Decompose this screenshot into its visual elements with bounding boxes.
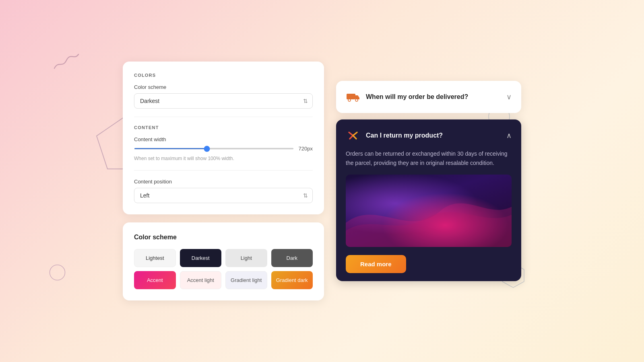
faq-return-chevron: ∧ <box>506 131 512 140</box>
faq-return-body: Orders can be returned or exchanged with… <box>336 149 521 281</box>
color-scheme-select-wrapper: Lightest Light Dark Darkest Accent Accen… <box>134 93 313 109</box>
left-column: COLORS Color scheme Lightest Light Dark … <box>123 62 324 300</box>
faq-return-question: Can I return my product? <box>366 132 501 139</box>
faq-delivery-question: When will my order be delivered? <box>366 93 501 101</box>
btn-gradient-dark[interactable]: Gradient dark <box>271 271 313 289</box>
content-width-value: 720px <box>299 146 313 152</box>
btn-darkest[interactable]: Darkest <box>180 249 222 267</box>
btn-accent[interactable]: Accent <box>134 271 176 289</box>
svg-point-5 <box>348 99 351 101</box>
wave-decoration <box>346 175 512 247</box>
content-width-slider-row: 720px <box>134 146 313 152</box>
faq-return-answer: Orders can be returned or exchanged with… <box>346 149 512 167</box>
color-scheme-grid: Lightest Darkest Light Dark Accent Accen… <box>134 249 313 289</box>
divider-1 <box>134 117 313 117</box>
svg-rect-4 <box>347 94 355 99</box>
content-position-label: Content position <box>134 179 313 185</box>
faq-return-item: Can I return my product? ∧ Orders can be… <box>336 119 521 281</box>
faq-delivery-item: When will my order be delivered? ∨ <box>336 81 521 113</box>
right-column: When will my order be delivered? ∨ Can I… <box>336 81 521 281</box>
faq-return-image <box>346 175 512 247</box>
faq-delivery-chevron: ∨ <box>506 93 512 101</box>
btn-accent-light[interactable]: Accent light <box>180 271 222 289</box>
btn-gradient-light[interactable]: Gradient light <box>225 271 267 289</box>
btn-lightest[interactable]: Lightest <box>134 249 176 267</box>
content-position-select[interactable]: Left Center Right <box>134 188 313 203</box>
color-scheme-panel-title: Color scheme <box>134 234 313 241</box>
color-scheme-label: Color scheme <box>134 84 313 90</box>
color-scheme-panel: Color scheme Lightest Darkest Light Dark… <box>123 222 324 300</box>
btn-dark[interactable]: Dark <box>271 249 313 267</box>
divider-2 <box>134 170 313 171</box>
content-section-title: CONTENT <box>134 125 313 130</box>
content-width-slider[interactable] <box>134 148 294 149</box>
faq-delivery-header[interactable]: When will my order be delivered? ∨ <box>336 81 521 113</box>
faq-return-header[interactable]: Can I return my product? ∧ <box>336 119 521 149</box>
svg-point-6 <box>355 99 358 101</box>
read-more-button[interactable]: Read more <box>346 255 406 273</box>
color-scheme-select[interactable]: Lightest Light Dark Darkest Accent Accen… <box>134 93 313 109</box>
btn-light[interactable]: Light <box>225 249 267 267</box>
main-layout: COLORS Color scheme Lightest Light Dark … <box>0 0 644 362</box>
content-position-select-wrapper: Left Center Right ⇅ <box>134 188 313 203</box>
colors-section-title: COLORS <box>134 73 313 78</box>
x-cross-icon <box>346 128 360 143</box>
truck-icon <box>346 90 360 104</box>
content-width-label: Content width <box>134 136 313 142</box>
content-width-hint: When set to maximum it will show 100% wi… <box>134 155 313 162</box>
colors-panel: COLORS Color scheme Lightest Light Dark … <box>123 62 324 214</box>
